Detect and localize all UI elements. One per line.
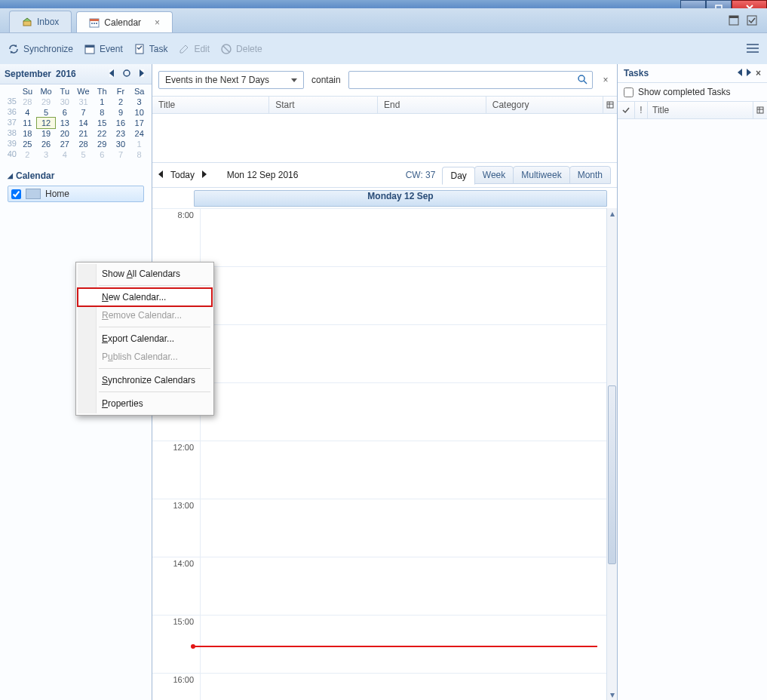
minicalendar-day[interactable]: 5 xyxy=(74,149,93,160)
minicalendar-day[interactable]: 18 xyxy=(18,128,37,139)
calendar-item-home[interactable]: Home xyxy=(8,186,144,202)
daynav-today-label[interactable]: Today xyxy=(170,170,195,180)
day-time-grid[interactable]: 8:009:0010:0011:0012:0013:0014:0015:0016… xyxy=(152,208,617,700)
time-row[interactable]: 16:00 xyxy=(152,673,607,700)
view-month[interactable]: Month xyxy=(569,166,611,184)
context-menu-item[interactable]: Properties xyxy=(78,395,212,413)
minicalendar-day[interactable]: 2 xyxy=(18,149,37,160)
minicalendar-day[interactable]: 16 xyxy=(112,118,130,128)
titlebar-button-2[interactable] xyxy=(746,14,758,26)
tab-calendar[interactable]: Calendar × xyxy=(76,11,173,33)
filter-search-input[interactable] xyxy=(354,74,577,86)
daynav-prev[interactable] xyxy=(158,170,163,180)
minicalendar-day[interactable]: 9 xyxy=(112,107,130,118)
col-category[interactable]: Category xyxy=(486,97,603,113)
view-week[interactable]: Week xyxy=(474,166,514,184)
minicalendar-day[interactable]: 6 xyxy=(93,149,112,160)
tasks-col-check[interactable] xyxy=(618,102,635,118)
toolbar-menu-button[interactable] xyxy=(746,43,759,56)
minicalendar-day[interactable]: 6 xyxy=(55,107,74,118)
view-multiweek[interactable]: Multiweek xyxy=(513,166,569,184)
minicalendar-day[interactable]: 2 xyxy=(112,97,130,107)
minicalendar-day[interactable]: 8 xyxy=(130,149,149,160)
tasks-close[interactable]: × xyxy=(756,68,761,78)
time-row[interactable]: 13:00 xyxy=(152,499,607,557)
minicalendar-day[interactable]: 28 xyxy=(74,139,93,149)
tab-inbox[interactable]: Inbox xyxy=(9,11,72,32)
minicalendar-day[interactable]: 25 xyxy=(18,139,37,149)
minicalendar-day[interactable]: 1 xyxy=(130,139,149,149)
minicalendar-day[interactable]: 11 xyxy=(18,118,37,128)
minicalendar-day[interactable]: 30 xyxy=(55,97,74,107)
vertical-scrollbar[interactable]: ▴ ▾ xyxy=(606,208,617,700)
time-row[interactable]: 14:00 xyxy=(152,557,607,615)
minicalendar-day[interactable]: 20 xyxy=(55,128,74,139)
filter-range-dropdown[interactable]: Events in the Next 7 Days xyxy=(158,71,304,89)
minicalendar-day[interactable]: 7 xyxy=(74,107,93,118)
time-row[interactable]: 15:00 xyxy=(152,615,607,673)
tasks-next[interactable] xyxy=(747,68,751,78)
time-row[interactable]: 11:00 xyxy=(152,382,607,441)
minicalendar-day[interactable]: 8 xyxy=(93,107,112,118)
minicalendar-day[interactable]: 13 xyxy=(55,118,74,128)
minicalendar-today[interactable] xyxy=(121,69,132,80)
toolbar-event[interactable]: Event xyxy=(84,43,123,55)
calendar-item-checkbox[interactable] xyxy=(11,189,21,199)
minicalendar-day[interactable]: 29 xyxy=(93,139,112,149)
minicalendar-day[interactable]: 17 xyxy=(130,118,149,128)
minicalendar-prev[interactable] xyxy=(106,69,117,79)
filter-search-box[interactable] xyxy=(348,71,593,89)
minicalendar-day[interactable]: 29 xyxy=(37,97,56,107)
toolbar-delete[interactable]: Delete xyxy=(220,43,262,55)
daynav-next[interactable] xyxy=(202,170,207,180)
toolbar-task[interactable]: Task xyxy=(133,43,168,55)
minicalendar-day[interactable]: 23 xyxy=(112,128,130,139)
context-menu-item[interactable]: Synchronize Calendars xyxy=(78,371,212,389)
time-row[interactable]: 8:00 xyxy=(152,208,607,266)
minicalendar-day[interactable]: 3 xyxy=(37,149,56,160)
minicalendar-day[interactable]: 3 xyxy=(130,97,149,107)
toolbar-edit[interactable]: Edit xyxy=(178,43,210,55)
minicalendar-day[interactable]: 22 xyxy=(93,128,112,139)
minicalendar-day[interactable]: 1 xyxy=(93,97,112,107)
context-menu-item[interactable]: Show All Calendars xyxy=(78,265,212,283)
minicalendar-day[interactable]: 26 xyxy=(37,139,56,149)
minicalendar-day[interactable]: 21 xyxy=(74,128,93,139)
minicalendar-day[interactable]: 27 xyxy=(55,139,74,149)
calendar-tree-header[interactable]: ◢ Calendar xyxy=(8,170,144,181)
minicalendar-day[interactable]: 15 xyxy=(93,118,112,128)
minicalendar-day[interactable]: 19 xyxy=(37,128,56,139)
col-config-icon[interactable] xyxy=(603,97,617,113)
view-day[interactable]: Day xyxy=(442,167,474,185)
time-row[interactable]: 10:00 xyxy=(152,324,607,382)
show-completed-checkbox[interactable] xyxy=(624,88,634,97)
minicalendar-day[interactable]: 14 xyxy=(74,118,93,128)
scroll-up-arrow[interactable]: ▴ xyxy=(607,208,617,219)
context-menu-item[interactable]: New Calendar... xyxy=(78,288,212,306)
col-end[interactable]: End xyxy=(378,97,486,113)
context-menu-item[interactable]: Export Calendar... xyxy=(78,330,212,348)
minicalendar-day[interactable]: 5 xyxy=(37,107,56,118)
tasks-prev[interactable] xyxy=(738,68,742,78)
col-title[interactable]: Title xyxy=(152,97,269,113)
minicalendar-day[interactable]: 4 xyxy=(18,107,37,118)
minicalendar-day[interactable]: 30 xyxy=(112,139,130,149)
tab-close-icon[interactable]: × xyxy=(155,17,160,28)
minicalendar-day[interactable]: 12 xyxy=(37,118,56,128)
filter-close-button[interactable]: × xyxy=(600,75,611,85)
minicalendar-day[interactable]: 10 xyxy=(130,107,149,118)
minicalendar-day[interactable]: 31 xyxy=(74,97,93,107)
tasks-col-priority[interactable]: ! xyxy=(635,102,648,118)
time-row[interactable]: 9:00 xyxy=(152,266,607,324)
minicalendar-day[interactable]: 7 xyxy=(112,149,130,160)
titlebar-button-1[interactable] xyxy=(728,14,740,26)
toolbar-synchronize[interactable]: Synchronize xyxy=(8,43,73,55)
col-start[interactable]: Start xyxy=(269,97,378,113)
scroll-down-arrow[interactable]: ▾ xyxy=(607,689,617,700)
minicalendar-next[interactable] xyxy=(137,69,147,79)
search-icon[interactable] xyxy=(577,74,588,87)
time-row[interactable]: 12:00 xyxy=(152,441,607,499)
minicalendar-day[interactable]: 24 xyxy=(130,128,149,139)
minicalendar-day[interactable]: 28 xyxy=(18,97,37,107)
tasks-col-config-icon[interactable] xyxy=(753,102,767,118)
